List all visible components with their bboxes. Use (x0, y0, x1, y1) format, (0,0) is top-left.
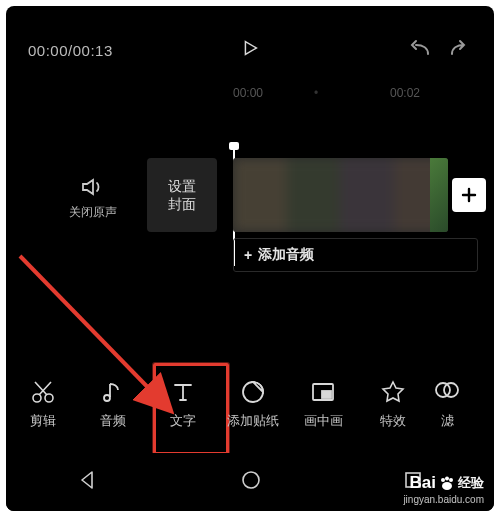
svg-rect-7 (322, 391, 331, 398)
tick-label: 00:02 (390, 86, 420, 100)
svg-point-14 (449, 478, 453, 482)
add-clip-button[interactable] (452, 178, 486, 212)
watermark: Bai 经验 jingyan.baidu.com (403, 473, 484, 505)
watermark-brand-a: Bai (410, 473, 436, 493)
tool-text[interactable]: 文字 (148, 378, 218, 430)
svg-point-4 (104, 395, 110, 401)
tool-label: 滤 (428, 412, 466, 430)
tool-row: 剪辑 音频 文字 添加贴纸 (6, 361, 494, 447)
mute-original-sound-button[interactable]: 关闭原声 (66, 176, 120, 221)
cover-line2: 封面 (168, 195, 196, 213)
tool-effect[interactable]: 特效 (358, 378, 428, 430)
timeline-ruler[interactable]: 00:00 • 00:02 (6, 86, 494, 104)
svg-point-8 (436, 383, 450, 397)
tool-label: 文字 (148, 412, 218, 430)
redo-button[interactable] (448, 38, 472, 62)
svg-point-9 (444, 383, 458, 397)
mute-label: 关闭原声 (66, 204, 120, 221)
tool-pip[interactable]: 画中画 (288, 378, 358, 430)
timecode: 00:00/00:13 (28, 42, 113, 59)
nav-home-button[interactable] (240, 469, 262, 495)
tool-label: 特效 (358, 412, 428, 430)
set-cover-button[interactable]: 设置 封面 (147, 158, 217, 232)
tool-edit[interactable]: 剪辑 (8, 378, 78, 430)
tool-label: 画中画 (288, 412, 358, 430)
tool-label: 音频 (78, 412, 148, 430)
tool-label: 剪辑 (8, 412, 78, 430)
nav-back-button[interactable] (77, 469, 99, 495)
tool-label: 添加贴纸 (218, 412, 288, 430)
paw-icon (438, 473, 456, 493)
svg-marker-0 (245, 42, 256, 55)
undo-button[interactable] (408, 38, 432, 62)
add-audio-button[interactable]: + 添加音频 (233, 238, 478, 272)
plus-icon: + (244, 247, 252, 263)
svg-point-10 (243, 472, 259, 488)
add-audio-label: 添加音频 (258, 246, 314, 264)
tool-filter[interactable]: 滤 (428, 378, 466, 430)
svg-point-13 (445, 476, 449, 480)
cover-line1: 设置 (168, 177, 196, 195)
svg-point-15 (442, 482, 452, 490)
tick-label: 00:00 (233, 86, 263, 100)
watermark-url: jingyan.baidu.com (403, 494, 484, 505)
watermark-brand-b: 经验 (458, 474, 484, 492)
svg-point-12 (441, 478, 445, 482)
tick-mark: • (314, 86, 318, 100)
video-clip[interactable] (233, 158, 448, 232)
tool-sticker[interactable]: 添加贴纸 (218, 378, 288, 430)
play-button[interactable] (239, 37, 261, 63)
tool-audio[interactable]: 音频 (78, 378, 148, 430)
